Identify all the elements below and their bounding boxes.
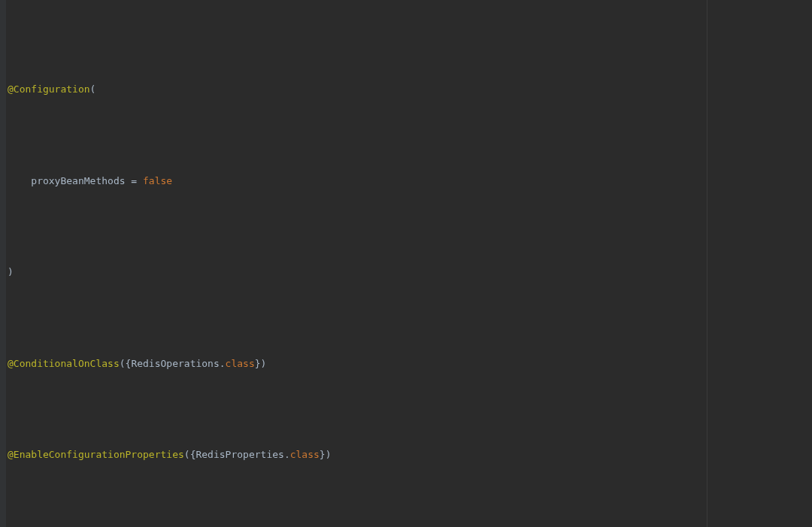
code-editor[interactable]: @Configuration( proxyBeanMethods = false… bbox=[0, 0, 812, 527]
paren-close: ) bbox=[8, 266, 14, 277]
equals: = bbox=[126, 175, 143, 186]
code-line[interactable]: @EnableConfigurationProperties({RedisPro… bbox=[8, 446, 812, 464]
code-block[interactable]: @Configuration( proxyBeanMethods = false… bbox=[0, 8, 812, 527]
annotation: @EnableConfigurationProperties bbox=[8, 449, 184, 460]
indent bbox=[8, 175, 31, 186]
annotation: @ConditionalOnClass bbox=[8, 358, 120, 369]
class-ref: RedisProperties bbox=[195, 449, 283, 460]
class-ref: RedisOperations bbox=[131, 358, 219, 369]
keyword-class: class bbox=[226, 358, 255, 369]
keyword-false: false bbox=[143, 175, 172, 186]
code-line[interactable]: ) bbox=[8, 263, 812, 281]
keyword-class: class bbox=[290, 449, 320, 460]
code-line[interactable]: proxyBeanMethods = false bbox=[8, 172, 812, 190]
paren-open: ( bbox=[90, 83, 96, 95]
code-line[interactable]: @ConditionalOnClass({RedisOperations.cla… bbox=[8, 355, 812, 373]
annotation: @Configuration bbox=[8, 83, 90, 95]
identifier: proxyBeanMethods bbox=[31, 175, 125, 186]
code-line[interactable]: @Configuration( bbox=[8, 80, 812, 98]
